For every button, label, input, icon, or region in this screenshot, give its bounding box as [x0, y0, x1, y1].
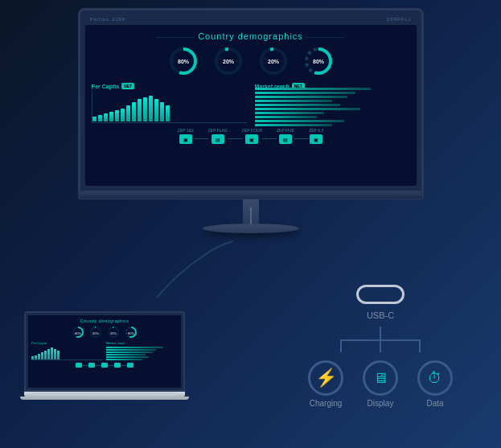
laptop-screen: Country demographics 80% 20% 20% 80% Per… — [28, 315, 181, 388]
circle-item-3: 20% — [258, 46, 289, 76]
monitor-top-bar: Philips 328P 288P6LJ — [85, 15, 417, 23]
svg-text:80%: 80% — [312, 59, 324, 64]
pipeline-node-1: ZEP 1&2 ▣ — [178, 128, 194, 144]
usbc-charging-label: Charging — [310, 399, 343, 408]
bar — [109, 112, 113, 121]
pipeline-node-2: ZEP FLAG ▤ — [208, 128, 228, 144]
data-icon: ⏱ — [428, 371, 442, 385]
display-icon: 🖥 — [373, 371, 388, 385]
laptop-screen-title: Country demographics — [31, 319, 178, 323]
bar — [132, 102, 136, 121]
monitor-brand-left: Philips 328P — [90, 17, 126, 22]
pipeline-line — [294, 138, 309, 139]
laptop-charts-row: Per Capita Market reach — [31, 341, 178, 360]
usbc-connector — [356, 285, 404, 304]
bar — [104, 113, 108, 121]
monitor-screen: Country demographics 80% 20% — [85, 25, 417, 186]
circle-item-4: 80% — [303, 46, 334, 76]
circle-item-1: 80% — [168, 46, 199, 76]
monitor-neck — [243, 199, 259, 224]
per-capita-section: Per Capita NET — [92, 83, 247, 123]
svg-text:80%: 80% — [128, 331, 134, 335]
usbc-display-label: Display — [368, 399, 394, 408]
monitor-base — [203, 224, 299, 233]
bar — [143, 97, 147, 121]
usbc-trunk-line — [380, 327, 381, 339]
charts-row: Per Capita NET — [92, 83, 410, 123]
laptop-pipeline — [31, 363, 178, 368]
pipeline-row: ZEP 1&2 ▣ ZEP FLAG ▤ ZEP FOUR ▣ ZEP FIVE… — [92, 128, 410, 144]
laptop-keyboard-bottom — [20, 397, 189, 400]
bar — [149, 96, 153, 121]
screen-title: Country demographics — [92, 31, 410, 41]
circle-item-2: 20% — [213, 46, 244, 76]
usbc-section: USB-C ⚡ Charging 🖥 Display ⏱ — [308, 285, 453, 408]
bar — [154, 99, 158, 121]
usbc-icons-row: ⚡ Charging 🖥 Display ⏱ Data — [308, 360, 453, 408]
bar — [160, 102, 164, 121]
bar — [121, 109, 125, 121]
pipeline-node-4: ZEP FIVE ▤ — [277, 128, 294, 144]
svg-text:20%: 20% — [267, 59, 279, 64]
usbc-data-circle: ⏱ — [417, 360, 453, 396]
charging-icon: ⚡ — [315, 369, 337, 387]
usbc-charging-item: ⚡ Charging — [308, 360, 343, 408]
pipeline-node-5: ZEP 6.3 ▣ — [309, 128, 323, 144]
laptop-keyboard-strip — [32, 393, 177, 396]
market-reach-bar-chart — [255, 91, 410, 123]
per-capita-badge: NET — [121, 83, 134, 89]
usbc-display-item: 🖥 Display — [363, 360, 398, 408]
usbc-data-item: ⏱ Data — [417, 360, 453, 408]
bar — [115, 110, 119, 121]
laptop: Country demographics 80% 20% 20% 80% Per… — [24, 311, 185, 400]
svg-text:80%: 80% — [75, 331, 81, 335]
svg-text:20%: 20% — [222, 59, 234, 64]
bar — [138, 99, 142, 121]
monitor-chin — [78, 193, 424, 199]
per-capita-bar-chart — [92, 91, 247, 123]
usbc-tree — [328, 327, 433, 352]
usbc-label: USB-C — [367, 310, 394, 320]
bar — [166, 105, 170, 121]
bar — [126, 105, 130, 121]
pipeline-line — [194, 138, 208, 139]
bar — [98, 115, 102, 121]
monitor-brand-right: 288P6LJ — [387, 17, 412, 22]
market-reach-section: Market reach NET — [255, 83, 410, 123]
laptop-bezel: Country demographics 80% 20% 20% 80% Per… — [24, 311, 185, 392]
svg-text:80%: 80% — [177, 59, 189, 64]
svg-text:20%: 20% — [110, 331, 117, 335]
usbc-display-circle: 🖥 — [363, 360, 398, 396]
monitor: Philips 328P 288P6LJ Country demographic… — [78, 8, 424, 233]
circles-row: 80% 20% 20% — [92, 46, 410, 76]
pipeline-node-3: ZEP FOUR ▣ — [242, 128, 262, 144]
per-capita-title: Per Capita NET — [92, 83, 247, 89]
laptop-circles-row: 80% 20% 20% 80% — [31, 326, 178, 339]
pipeline-line — [228, 138, 242, 139]
svg-text:20%: 20% — [92, 331, 99, 335]
bar — [92, 117, 97, 121]
usbc-data-label: Data — [426, 399, 443, 408]
usbc-charging-circle: ⚡ — [308, 360, 343, 396]
monitor-bezel: Philips 328P 288P6LJ Country demographic… — [78, 8, 424, 193]
pipeline-line — [262, 138, 277, 139]
